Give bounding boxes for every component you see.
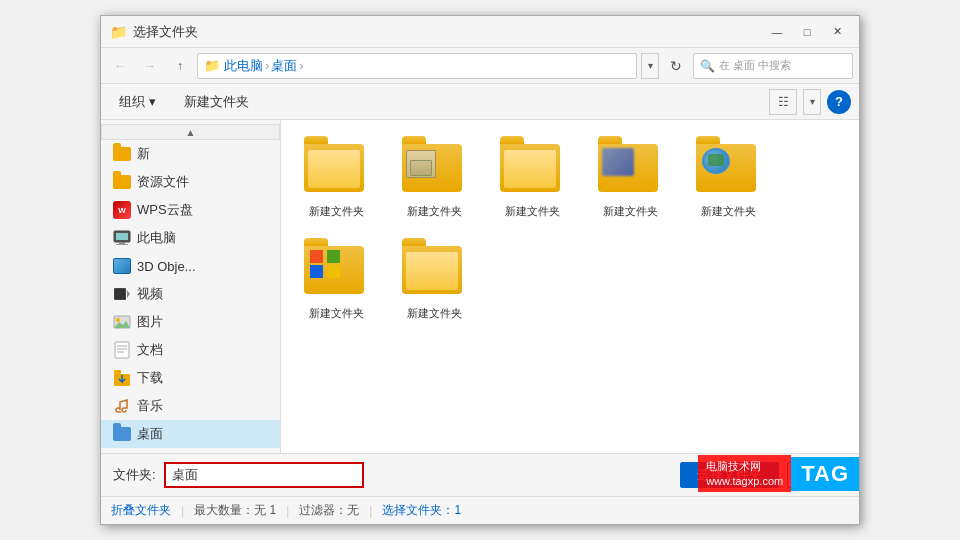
folder-icon (113, 173, 131, 191)
breadcrumb-sep2: › (299, 58, 303, 73)
file-item[interactable]: 新建文件夹 (487, 130, 577, 224)
back-button[interactable]: ← (107, 53, 133, 79)
sidebar-label-resources: 资源文件 (137, 173, 189, 191)
watermark-line1: 电脑技术网 (706, 459, 783, 473)
file-grid: 新建文件夹 新建文件夹 (281, 120, 859, 453)
svg-rect-2 (119, 242, 125, 244)
breadcrumb-sep1: › (265, 58, 269, 73)
titlebar-folder-icon: 📁 (109, 23, 127, 41)
file-item[interactable]: 新建文件夹 (291, 232, 381, 326)
svg-rect-5 (115, 289, 125, 299)
sidebar-label-desktop: 桌面 (137, 425, 163, 443)
titlebar-buttons: — □ ✕ (763, 20, 851, 44)
music-icon (113, 397, 131, 415)
file-name: 新建文件夹 (309, 204, 364, 218)
breadcrumb-dropdown[interactable]: ▾ (641, 53, 659, 79)
file-item[interactable]: 新建文件夹 (683, 130, 773, 224)
status-bar: 折叠文件夹 | 最大数量：无 1 | 过滤器：无 | 选择文件夹：1 (101, 496, 859, 524)
sidebar-label-wps: WPS云盘 (137, 201, 193, 219)
breadcrumb-icon: 📁 (204, 58, 220, 73)
sidebar-label-pc: 此电脑 (137, 229, 176, 247)
breadcrumb: 📁 此电脑 › 桌面 › (197, 53, 637, 79)
folder-icon-large (304, 238, 368, 302)
organize-button[interactable]: 组织 ▾ (109, 89, 166, 115)
folder-icon-large (696, 136, 760, 200)
file-name: 新建文件夹 (309, 306, 364, 320)
search-box[interactable]: 🔍 在 桌面 中搜索 (693, 53, 853, 79)
status-collapse[interactable]: 折叠文件夹 (111, 502, 171, 519)
refresh-button[interactable]: ↻ (663, 53, 689, 79)
desktop-folder-icon (113, 425, 131, 443)
content-area: ▲ 新 资源文件 W WPS云盘 此电脑 3D Obje... (101, 120, 859, 453)
maximize-button[interactable]: □ (793, 20, 821, 44)
new-folder-label: 新建文件夹 (184, 93, 249, 111)
forward-button[interactable]: → (137, 53, 163, 79)
sidebar-item-download[interactable]: 下载 (101, 364, 280, 392)
sidebar-label-3d: 3D Obje... (137, 259, 196, 274)
wps-icon: W (113, 201, 131, 219)
sidebar-label-video: 视频 (137, 285, 163, 303)
sidebar-label-download: 下载 (137, 369, 163, 387)
folder-icon-large (500, 136, 564, 200)
file-item[interactable]: 新建文件夹 (291, 130, 381, 224)
sidebar-label-doc: 文档 (137, 341, 163, 359)
video-icon (113, 285, 131, 303)
status-filter: 过滤器：无 (299, 502, 359, 519)
view-dropdown[interactable]: ▾ (803, 89, 821, 115)
doc-icon (113, 341, 131, 359)
status-select[interactable]: 选择文件夹：1 (382, 502, 461, 519)
sidebar-item-desktop[interactable]: 桌面 (101, 420, 280, 448)
sidebar-item-new[interactable]: 新 (101, 140, 280, 168)
svg-point-8 (116, 318, 120, 322)
sidebar-item-music[interactable]: 音乐 (101, 392, 280, 420)
sidebar-item-pc[interactable]: 此电脑 (101, 224, 280, 252)
sidebar-label-image: 图片 (137, 313, 163, 331)
sidebar-scroll-up[interactable]: ▲ (101, 124, 280, 140)
filename-input[interactable] (164, 462, 364, 488)
titlebar-title: 选择文件夹 (133, 23, 763, 41)
view-button[interactable]: ☷ (769, 89, 797, 115)
breadcrumb-desktop[interactable]: 桌面 (271, 57, 297, 75)
file-item[interactable]: 新建文件夹 (585, 130, 675, 224)
file-item[interactable]: 新建文件夹 (389, 130, 479, 224)
filename-label: 文件夹: (113, 466, 156, 484)
watermark-tag: TAG (791, 457, 859, 491)
sidebar-item-3d[interactable]: 3D Obje... (101, 252, 280, 280)
file-dialog: 📁 选择文件夹 — □ ✕ ← → ↑ 📁 此电脑 › 桌面 › ▾ ↻ 🔍 在… (100, 15, 860, 525)
toolbar-right: ☷ ▾ ? (769, 89, 851, 115)
status-sep2: | (286, 504, 289, 518)
svg-rect-14 (114, 370, 121, 374)
watermark-line2: www.tagxp.com (706, 474, 783, 488)
pc-icon (113, 229, 131, 247)
folder-icon-large (304, 136, 368, 200)
svg-rect-1 (116, 233, 128, 240)
status-maxcount: 最大数量：无 1 (194, 502, 276, 519)
sidebar-item-wps[interactable]: W WPS云盘 (101, 196, 280, 224)
sidebar-item-video[interactable]: 视频 (101, 280, 280, 308)
minimize-button[interactable]: — (763, 20, 791, 44)
sidebar-item-image[interactable]: 图片 (101, 308, 280, 336)
file-name: 新建文件夹 (407, 306, 462, 320)
svg-rect-9 (115, 342, 129, 358)
sidebar: ▲ 新 资源文件 W WPS云盘 此电脑 3D Obje... (101, 120, 281, 453)
file-name: 新建文件夹 (505, 204, 560, 218)
watermark-text: 电脑技术网 www.tagxp.com (698, 455, 791, 492)
file-item[interactable]: 新建文件夹 (389, 232, 479, 326)
3d-icon (113, 257, 131, 275)
sidebar-label-new: 新 (137, 145, 150, 163)
svg-rect-3 (116, 244, 128, 245)
sidebar-item-resources[interactable]: 资源文件 (101, 168, 280, 196)
help-button[interactable]: ? (827, 90, 851, 114)
close-button[interactable]: ✕ (823, 20, 851, 44)
organize-label: 组织 (119, 93, 145, 111)
new-folder-button[interactable]: 新建文件夹 (174, 89, 259, 115)
sidebar-label-music: 音乐 (137, 397, 163, 415)
breadcrumb-pc[interactable]: 此电脑 (224, 57, 263, 75)
file-name: 新建文件夹 (407, 204, 462, 218)
watermark: 电脑技术网 www.tagxp.com TAG (698, 455, 859, 492)
sidebar-item-doc[interactable]: 文档 (101, 336, 280, 364)
sidebar-item-localc[interactable]: 本地磁盘 (C:) (101, 448, 280, 453)
image-icon (113, 313, 131, 331)
status-sep1: | (181, 504, 184, 518)
up-button[interactable]: ↑ (167, 53, 193, 79)
